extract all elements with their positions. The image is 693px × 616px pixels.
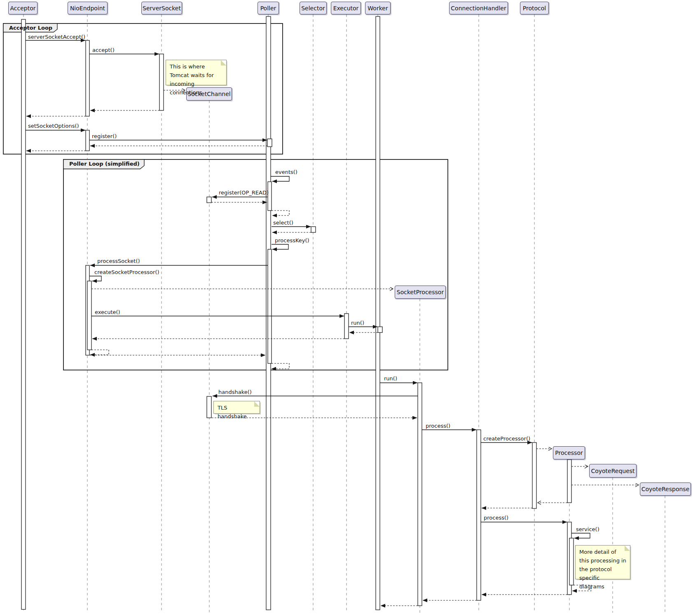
activation-connectionhandler: [477, 430, 481, 600]
participant-box-worker: Worker: [365, 2, 391, 14]
activation-nioendpoint-options: [86, 130, 89, 151]
message-label-serversocketaccept: serverSocketAccept(): [28, 34, 85, 40]
activation-worker: [376, 16, 380, 610]
participant-box-acceptor: Acceptor: [8, 2, 37, 14]
activation-socketprocessor: [418, 383, 422, 606]
message-label-createsocketprocessor: createSocketProcessor(): [94, 269, 159, 275]
activation-selector: [311, 227, 316, 232]
message-label-register-opread: register(OP_READ): [219, 190, 269, 196]
message-arrow-service-self: [571, 533, 590, 538]
sequence-diagram: Acceptor NioEndpoint ServerSocket Poller…: [0, 0, 693, 616]
activation-poller-events: [268, 182, 272, 211]
participant-box-selector: Selector: [300, 2, 327, 14]
note-tls-handshake: TLS handshake: [213, 401, 260, 414]
activation-processor-service: [569, 538, 574, 585]
activation-serversocket: [159, 54, 164, 110]
participant-box-processor: Processor: [553, 446, 585, 459]
return-arrow-processkey-self: [272, 363, 289, 369]
message-label-createprocessor: createProcessor(): [483, 436, 530, 442]
activation-processor-create: [567, 459, 571, 503]
participant-box-serversocket: ServerSocket: [141, 2, 182, 14]
participant-box-connectionhandler: ConnectionHandler: [449, 2, 508, 14]
frame-label-acceptor-loop: Acceptor Loop: [9, 25, 52, 31]
note-protocol-detail: More detail of this processing in the pr…: [575, 545, 630, 579]
activation-poller-processkey: [268, 249, 272, 363]
participant-box-executor: Executor: [331, 2, 361, 14]
message-label-accept: accept(): [92, 47, 115, 53]
activation-nioendpoint-accept: [86, 40, 89, 116]
message-arrow-processkey-self: [272, 244, 288, 249]
message-label-execute: execute(): [95, 309, 120, 315]
message-label-process-processor: process(): [484, 515, 508, 521]
participant-box-coyoteresponse: CoyoteResponse: [640, 482, 691, 496]
message-arrow-createsocketprocessor-self: [89, 276, 101, 281]
activation-acceptor: [21, 19, 26, 609]
activation-poller-register: [267, 139, 272, 147]
activation-worker-run: [378, 327, 382, 333]
return-arrow-createsocketprocessor-self: [90, 350, 109, 355]
activation-nioendpoint-createprocessor: [87, 281, 91, 350]
message-label-select: select(): [273, 220, 293, 226]
message-label-run-socketprocessor: run(): [384, 375, 397, 382]
activation-socketchannel-handshake: [207, 396, 211, 418]
activation-executor: [344, 314, 349, 339]
message-label-setsocketoptions: setSocketOptions(): [28, 123, 79, 129]
note-tomcat-waits: This is where Tomcat waits for incoming …: [166, 60, 227, 85]
message-label-run-worker: run(): [351, 320, 364, 326]
message-label-process-handler: process(): [426, 423, 450, 429]
return-arrow-events-self: [272, 211, 289, 215]
frame-label-poller-loop: Poller Loop (simplified): [69, 161, 140, 167]
call-arrows: [26, 40, 590, 538]
participant-box-socketprocessor: SocketProcessor: [395, 286, 446, 299]
message-label-processsocket: processSocket(): [97, 258, 140, 264]
message-label-handshake: handshake(): [218, 389, 252, 395]
frame-acceptor-loop: [3, 23, 283, 154]
activation-socketchannel-register: [207, 197, 211, 203]
message-label-register: register(): [92, 133, 117, 139]
message-label-service: service(): [576, 526, 599, 532]
participant-box-coyoterequest: CoyoteRequest: [589, 464, 637, 478]
activation-protocol: [532, 443, 536, 508]
diagram-canvas: [0, 0, 693, 616]
message-label-events: events(): [275, 169, 297, 175]
message-arrow-events-self: [271, 176, 289, 181]
participant-box-poller: Poller: [258, 2, 279, 14]
participant-box-nioendpoint: NioEndpoint: [68, 2, 108, 14]
participant-box-protocol: Protocol: [520, 2, 549, 14]
message-label-processkey: processKey(): [275, 237, 309, 244]
